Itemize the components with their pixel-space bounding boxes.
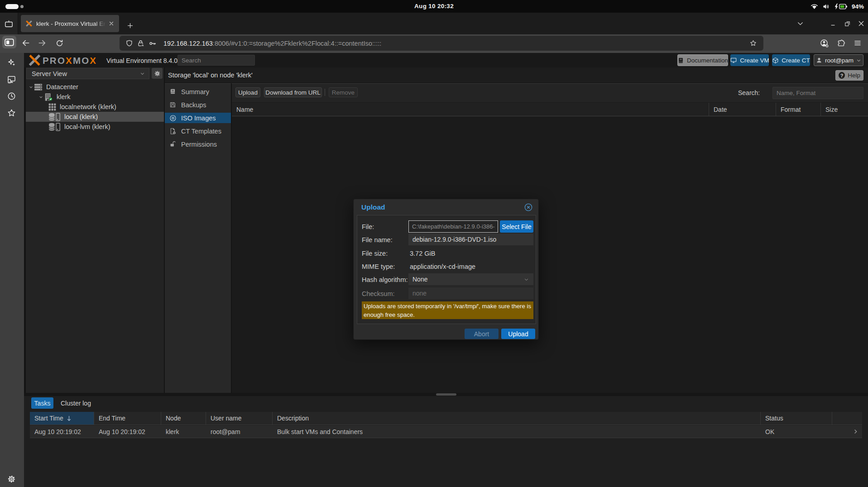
expander-icon[interactable] — [28, 85, 34, 90]
tree-item-local[interactable]: local (klerk) — [26, 112, 164, 122]
restore-button[interactable] — [841, 17, 854, 30]
back-button[interactable] — [19, 36, 33, 50]
task-status: OK — [761, 425, 832, 438]
checksum-field: none — [408, 287, 533, 299]
column-header-start-time[interactable]: Start Time — [30, 412, 94, 425]
resource-tree: Datacenter klerk — [26, 82, 164, 132]
account-icon[interactable] — [817, 36, 831, 50]
hash-algorithm-select[interactable]: None — [408, 273, 533, 285]
view-mode-select[interactable]: Server View — [26, 68, 149, 79]
ai-chatbot-icon[interactable] — [5, 56, 18, 69]
column-header-name[interactable]: Name — [232, 103, 709, 116]
sort-desc-icon — [67, 415, 72, 421]
user-menu-button[interactable]: root@pam — [814, 54, 863, 66]
content-search-input[interactable] — [772, 87, 863, 99]
key-icon[interactable] — [147, 38, 158, 49]
forward-button[interactable] — [35, 36, 49, 50]
column-header-user-name[interactable]: User name — [206, 412, 273, 425]
sidebar-toggle-button[interactable] — [2, 36, 16, 48]
proxmox-logo-icon — [29, 54, 41, 66]
browser-tab-active[interactable]: klerk - Proxmox Virtual Env — [21, 15, 119, 32]
column-header-end-time[interactable]: End Time — [94, 412, 161, 425]
system-clock[interactable]: Aug 10 20:32 — [0, 0, 868, 13]
pve-search-input[interactable] — [177, 55, 255, 66]
node-building-icon — [44, 93, 53, 101]
task-node: klerk — [161, 425, 206, 438]
synced-tabs-icon[interactable] — [5, 73, 18, 86]
task-expand-chevron[interactable] — [832, 425, 862, 438]
remove-button[interactable]: Remove — [329, 87, 358, 97]
toolbar-separator — [325, 89, 325, 96]
column-header-date[interactable]: Date — [709, 103, 776, 116]
tab-cluster-log[interactable]: Cluster log — [61, 400, 91, 407]
storage-database-icon — [48, 113, 61, 121]
tab-backups[interactable]: Backups — [165, 98, 231, 111]
tree-item-localnetwork[interactable]: localnetwork (klerk) — [26, 102, 164, 112]
tab-close-icon[interactable] — [107, 19, 115, 28]
tasks-table-header: Start Time End Time Node User name Descr… — [30, 412, 862, 425]
file-path-input[interactable] — [408, 220, 498, 233]
resource-tree-panel: Server View D — [26, 67, 164, 393]
close-window-button[interactable] — [855, 17, 868, 30]
volume-icon — [822, 3, 830, 10]
menu-hamburger-icon[interactable] — [851, 36, 864, 50]
column-header-node[interactable]: Node — [161, 412, 206, 425]
select-file-button[interactable]: Select File — [500, 220, 533, 233]
tab-summary[interactable]: Summary — [165, 85, 231, 98]
tab-permissions[interactable]: Permissions — [165, 138, 231, 151]
create-ct-button[interactable]: Create CT — [772, 54, 810, 66]
bookmark-star-icon[interactable] — [747, 38, 759, 49]
lock-warning-icon[interactable] — [135, 38, 147, 49]
content-toolbar: Upload Download from URL Remove Search: — [232, 84, 868, 102]
system-tray[interactable]: 94% — [810, 0, 864, 13]
tree-settings-button[interactable] — [152, 68, 163, 79]
documentation-button[interactable]: Documentation — [677, 54, 728, 66]
floppy-icon — [169, 101, 177, 108]
column-header-format[interactable]: Format — [776, 103, 821, 116]
tree-item-datacenter[interactable]: Datacenter — [26, 82, 164, 92]
extensions-puzzle-icon[interactable] — [834, 36, 848, 50]
history-clock-icon[interactable] — [5, 90, 18, 102]
url-text: 192.168.122.163:8006/#v1:0:=storage%2Fkl… — [163, 40, 747, 47]
question-icon: ? — [839, 72, 845, 79]
tree-item-klerk[interactable]: klerk — [26, 92, 164, 102]
help-button[interactable]: ? Help — [835, 70, 863, 81]
column-header-status[interactable]: Status — [761, 412, 832, 425]
tab-ct-templates[interactable]: CT Templates — [165, 124, 231, 138]
bookmarks-star-icon[interactable] — [5, 106, 18, 119]
panel-splitter[interactable] — [24, 393, 868, 396]
mime-type-label: MIME type: — [362, 263, 395, 270]
file-name-label: File name: — [362, 236, 393, 244]
url-bar[interactable]: 192.168.122.163:8006/#v1:0:=storage%2Fkl… — [120, 36, 763, 51]
dialog-upload-button[interactable]: Upload — [501, 329, 535, 339]
column-header-size[interactable]: Size — [821, 103, 868, 116]
browser-window: klerk - Proxmox Virtual Env — [0, 13, 868, 487]
dialog-close-icon[interactable] — [524, 203, 533, 212]
hash-algorithm-label: Hash algorithm: — [362, 276, 408, 283]
new-tab-button[interactable] — [124, 19, 136, 32]
reload-button[interactable] — [53, 36, 66, 50]
task-row[interactable]: Aug 10 20:19:02 Aug 10 20:19:02 klerk ro… — [30, 425, 862, 438]
column-header-actions — [832, 412, 862, 425]
tab-iso-images[interactable]: ISO Images — [165, 113, 231, 123]
file-name-field[interactable]: debian-12.9.0-i386-DVD-1.iso — [408, 234, 533, 245]
download-from-url-button[interactable]: Download from URL — [264, 87, 322, 97]
file-size-value: 3.72 GiB — [410, 250, 435, 257]
upload-button[interactable]: Upload — [235, 87, 260, 97]
battery-percent: 94% — [852, 3, 864, 10]
list-all-tabs-button[interactable] — [794, 17, 806, 30]
tree-item-local-lvm[interactable]: local-lvm (klerk) — [26, 122, 164, 132]
expander-icon[interactable] — [38, 95, 44, 100]
browser-sidebar — [0, 53, 24, 487]
splitter-grip[interactable] — [436, 393, 456, 396]
shield-icon[interactable] — [123, 38, 135, 49]
tab-tasks[interactable]: Tasks — [31, 397, 53, 409]
settings-gear-icon[interactable] — [5, 473, 18, 485]
create-vm-button[interactable]: Create VM — [730, 54, 769, 66]
file-label: File: — [362, 223, 374, 230]
abort-button[interactable]: Abort — [465, 329, 499, 339]
column-header-description[interactable]: Description — [273, 412, 761, 425]
firefox-view-button[interactable] — [0, 13, 18, 34]
proxmox-wordmark: PROXMOX — [43, 55, 97, 66]
minimize-button[interactable] — [827, 17, 839, 30]
